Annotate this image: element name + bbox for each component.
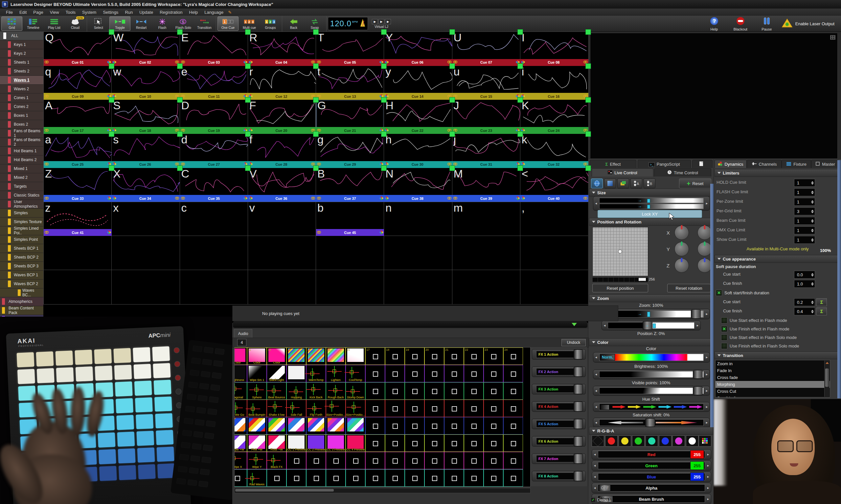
flash-mode-checkbox-3[interactable] <box>721 343 727 349</box>
sidebar-item-simples-lined-poi-[interactable]: Simples Lined Poi.. <box>0 227 44 235</box>
fx-action-slider-2[interactable]: FX 2 Action <box>532 366 586 377</box>
flash-button[interactable]: Flash <box>152 16 172 31</box>
fx-cell-checkbox[interactable] <box>471 441 477 446</box>
fx-cell[interactable] <box>484 452 503 469</box>
transition-item-morphing[interactable]: Morphing <box>716 381 830 388</box>
section-rgba[interactable]: R-G-B-A <box>589 427 713 435</box>
timeline-button[interactable]: Timeline <box>23 16 44 31</box>
xy-position-pad[interactable] <box>592 227 648 276</box>
transition-item-fade-in[interactable]: Fade In <box>716 367 830 374</box>
pad-value-bar[interactable] <box>592 277 648 282</box>
fx-cell-checkbox[interactable] <box>491 406 496 412</box>
fx-cell[interactable] <box>464 417 484 434</box>
color-swatch-4[interactable] <box>646 435 658 447</box>
bpm-display[interactable]: 120.0BPM <box>328 17 368 30</box>
slider-left-arrow[interactable]: ◄ <box>594 402 599 412</box>
fx-cell[interactable] <box>287 452 306 469</box>
fx-cell-checkbox[interactable] <box>412 372 417 377</box>
slider-track[interactable] <box>599 388 704 394</box>
slider-track[interactable] <box>599 371 704 378</box>
flash-mode-checkbox-0[interactable] <box>721 317 727 324</box>
transition-scrollbar[interactable] <box>824 361 829 397</box>
rgba-slider-green[interactable]: ◄►Green255 <box>591 461 711 471</box>
fx-cell[interactable] <box>405 382 425 400</box>
fx-cell[interactable] <box>425 382 444 400</box>
slider-handle[interactable] <box>653 324 656 328</box>
tab-live-control[interactable]: Live Control <box>591 168 653 177</box>
empty-cue-cell[interactable] <box>180 270 248 305</box>
section-zoom[interactable]: Zoom <box>589 294 713 302</box>
cue-bar[interactable]: Cue 15 <box>452 93 520 100</box>
tab-master[interactable]: Master <box>811 160 839 168</box>
size-track-x[interactable]: → <box>599 198 704 203</box>
fx-cell[interactable] <box>503 452 523 469</box>
empty-cue-cell[interactable] <box>111 236 180 270</box>
fx-cell[interactable]: WarmTemp <box>306 365 326 382</box>
fx-cell[interactable] <box>444 434 464 452</box>
cue-bar[interactable]: Cue 31 <box>452 161 520 168</box>
fx-cell[interactable] <box>503 382 523 400</box>
fx-cell[interactable]: Kick Back <box>306 382 326 400</box>
fx-cell[interactable] <box>385 452 405 469</box>
size-track-y[interactable]: → <box>599 204 704 209</box>
fx-cell[interactable]: CC 1 Preview <box>287 434 306 452</box>
fx-cell[interactable] <box>287 365 306 382</box>
slider-handle[interactable] <box>647 205 650 209</box>
fx-cell[interactable] <box>464 382 484 400</box>
fx-cell-checkbox[interactable] <box>314 476 319 481</box>
fx-cell-checkbox[interactable] <box>373 458 378 464</box>
rgba-value-box[interactable]: 255 <box>690 461 704 470</box>
spin-arrows[interactable] <box>810 200 815 204</box>
size-slider[interactable]: ◄►→→ <box>593 196 710 211</box>
sidebar-item-all[interactable]: ALL <box>0 32 44 40</box>
empty-cue-cell[interactable] <box>384 270 452 305</box>
cue-cell-T[interactable]: TCue 05 <box>316 32 384 66</box>
cue-cell-Q[interactable]: QCue 01 <box>44 32 112 66</box>
fx-cell[interactable] <box>306 452 326 469</box>
color-swatch-1[interactable] <box>605 435 618 447</box>
sidebar-item-simples-point[interactable]: Simples Point <box>0 235 44 244</box>
fx-cell[interactable] <box>425 452 444 469</box>
tab-dynamics[interactable]: Dynamics <box>715 160 747 168</box>
slider-left-arrow[interactable]: ◄ <box>592 450 597 460</box>
fx-cell-checkbox[interactable] <box>491 424 496 429</box>
cue-cell-B[interactable]: BCue 37 <box>316 168 384 202</box>
cue-bar[interactable]: Cue 33 <box>44 195 112 202</box>
fx-cell-checkbox[interactable] <box>333 476 339 481</box>
fx-cell[interactable]: Brightness <box>234 365 247 382</box>
fx-cell[interactable] <box>346 469 365 487</box>
fx-cell[interactable]: Beat Bumpin <box>247 400 267 417</box>
spin-arrows[interactable] <box>810 238 815 242</box>
transition-item-cross-fade[interactable]: Cross fade <box>716 374 830 381</box>
empty-cue-cell[interactable] <box>316 236 384 270</box>
fx-cell[interactable]: Stomp Down <box>346 382 365 400</box>
section-position-rotation[interactable]: Position and Rotation <box>589 218 713 226</box>
slider-left-arrow[interactable]: ◄ <box>594 418 599 427</box>
tab-time-control[interactable]: Time Control <box>654 168 711 177</box>
fx-cell[interactable] <box>365 382 385 400</box>
cue-bar[interactable]: Cue 20 <box>248 127 316 134</box>
fx-cell-checkbox[interactable] <box>393 372 398 377</box>
rotation-knob-z-b[interactable] <box>698 258 712 273</box>
cue-cell-r[interactable]: rCue 12 <box>248 66 316 101</box>
restart-button[interactable]: Restart <box>131 16 152 31</box>
sf-cue-start-effect-button[interactable]: Σ <box>817 298 827 306</box>
fx-cell[interactable] <box>425 417 444 434</box>
cue-cell-i[interactable]: iCue 16 <box>520 66 589 101</box>
fx-cell[interactable]: Rad Waves <box>247 469 267 487</box>
fx-cell[interactable] <box>306 469 326 487</box>
fx-action-slider-1[interactable]: FX 1 Action <box>532 349 586 360</box>
section-limiters[interactable]: Limiters <box>715 169 841 177</box>
fx-action-handle[interactable] <box>573 436 583 446</box>
cue-bar[interactable]: Cue 26 <box>112 161 180 168</box>
fx-cell-checkbox[interactable] <box>294 476 299 481</box>
fx-cell[interactable] <box>425 469 444 487</box>
saturation-slider[interactable]: ◄► <box>593 418 710 428</box>
fx-action-handle[interactable] <box>573 349 583 359</box>
pause-cue-start-spin[interactable]: 0.0 <box>794 271 815 278</box>
fx-action-track[interactable]: FX 8 Action <box>536 472 575 480</box>
slider-left-arrow[interactable]: ◄ <box>594 386 599 395</box>
empty-cue-cell[interactable] <box>384 236 452 270</box>
fx-cell-checkbox[interactable] <box>373 441 378 446</box>
fx-cell[interactable] <box>464 365 484 382</box>
